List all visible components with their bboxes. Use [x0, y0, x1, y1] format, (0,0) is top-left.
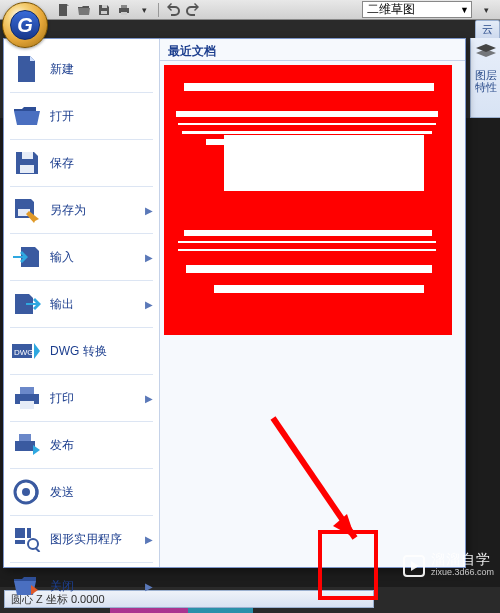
print-icon	[12, 383, 42, 413]
separator	[10, 327, 153, 328]
menu-item-save-as[interactable]: 另存为 ▶	[4, 188, 159, 232]
title-dropdown-icon[interactable]: ▾	[476, 2, 496, 18]
redo-icon[interactable]	[185, 2, 201, 18]
svg-rect-0	[59, 4, 67, 16]
workspace-combo[interactable]: 二维草图 ▼	[362, 1, 472, 18]
ribbon-tab-cloud[interactable]: 云	[475, 20, 500, 38]
save-disk-icon	[12, 148, 42, 178]
ribbon-tab-strip: 云	[475, 20, 500, 38]
menu-item-label: 输入	[50, 249, 137, 266]
open-folder-icon[interactable]	[76, 2, 92, 18]
workspace-combo-value: 二维草图	[367, 1, 415, 18]
submenu-arrow-icon: ▶	[145, 299, 153, 310]
menu-item-publish[interactable]: 发布	[4, 423, 159, 467]
submenu-arrow-icon: ▶	[145, 205, 153, 216]
recent-documents-header: 最近文档	[160, 39, 465, 61]
menu-item-label: 图形实用程序	[50, 531, 137, 548]
separator	[10, 374, 153, 375]
separator	[10, 280, 153, 281]
ribbon-panel-label-1: 图层	[475, 69, 497, 81]
menu-item-label: 另存为	[50, 202, 137, 219]
submenu-arrow-icon: ▶	[145, 534, 153, 545]
svg-marker-8	[476, 49, 496, 57]
svg-marker-1	[67, 4, 69, 6]
recent-documents-area	[160, 61, 465, 567]
separator	[10, 186, 153, 187]
menu-item-open[interactable]: 打开	[4, 94, 159, 138]
svg-rect-16	[20, 401, 34, 409]
svg-rect-5	[121, 5, 127, 8]
svg-rect-15	[20, 387, 34, 394]
watermark-text-cn: 溜溜自学	[431, 553, 494, 566]
svg-text:DWG: DWG	[14, 348, 34, 357]
menu-item-new[interactable]: 新建	[4, 47, 159, 91]
menu-item-label: 输出	[50, 296, 137, 313]
ribbon-panel-layers[interactable]: 图层 特性	[470, 38, 500, 118]
print-icon[interactable]	[116, 2, 132, 18]
menu-item-dwg-convert[interactable]: DWG DWG 转换	[4, 329, 159, 373]
menu-item-save[interactable]: 保存	[4, 141, 159, 185]
redaction-block	[164, 65, 452, 335]
separator	[10, 468, 153, 469]
dwg-convert-icon: DWG	[12, 336, 42, 366]
import-icon	[12, 242, 42, 272]
quick-access-toolbar: ▾ 二维草图 ▼ ▾	[0, 0, 500, 20]
app-menu-left-column: 新建 打开 保存 另存为 ▶	[4, 39, 160, 567]
separator	[10, 515, 153, 516]
menu-item-label: DWG 转换	[50, 343, 153, 360]
new-file-icon	[12, 54, 42, 84]
svg-rect-10	[22, 152, 33, 159]
watermark-text-en: zixue.3d66.com	[431, 566, 494, 579]
qat-dropdown-icon[interactable]: ▾	[136, 2, 152, 18]
separator	[10, 421, 153, 422]
menu-item-close[interactable]: 关闭 ▶	[4, 564, 159, 608]
svg-point-20	[22, 488, 30, 496]
svg-rect-21	[15, 528, 25, 538]
watermark: 溜溜自学 zixue.3d66.com	[403, 553, 494, 579]
ribbon-panel-label-2: 特性	[475, 81, 497, 93]
send-icon	[12, 477, 42, 507]
separator	[10, 139, 153, 140]
menu-item-import[interactable]: 输入 ▶	[4, 235, 159, 279]
application-menu-button[interactable]: G	[2, 2, 48, 48]
export-icon	[12, 289, 42, 319]
layers-icon	[476, 44, 496, 65]
undo-icon[interactable]	[165, 2, 181, 18]
open-folder-icon	[12, 101, 42, 131]
submenu-arrow-icon: ▶	[145, 252, 153, 263]
play-icon	[403, 555, 425, 577]
menu-item-label: 关闭	[50, 578, 137, 595]
menu-item-label: 保存	[50, 155, 153, 172]
svg-rect-3	[102, 5, 107, 8]
utilities-icon	[12, 524, 42, 554]
menu-item-export[interactable]: 输出 ▶	[4, 282, 159, 326]
svg-rect-9	[20, 165, 34, 173]
svg-rect-18	[19, 434, 31, 441]
menu-item-send[interactable]: 发送	[4, 470, 159, 514]
save-disk-icon[interactable]	[96, 2, 112, 18]
svg-rect-22	[27, 528, 31, 538]
separator	[10, 92, 153, 93]
menu-item-print[interactable]: 打印 ▶	[4, 376, 159, 420]
separator	[10, 562, 153, 563]
submenu-arrow-icon: ▶	[145, 393, 153, 404]
submenu-arrow-icon: ▶	[145, 581, 153, 592]
app-logo-icon: G	[10, 10, 40, 40]
menu-item-label: 打开	[50, 108, 153, 125]
save-as-icon	[12, 195, 42, 225]
menu-item-drawing-utilities[interactable]: 图形实用程序 ▶	[4, 517, 159, 561]
close-folder-icon	[12, 571, 42, 601]
chevron-down-icon: ▼	[460, 5, 469, 15]
svg-rect-2	[101, 11, 107, 14]
menu-item-label: 打印	[50, 390, 137, 407]
publish-icon	[12, 430, 42, 460]
svg-rect-17	[15, 441, 35, 451]
menu-item-label: 发送	[50, 484, 153, 501]
new-file-icon[interactable]	[56, 2, 72, 18]
app-menu-right-column: 最近文档	[160, 39, 465, 567]
separator	[10, 233, 153, 234]
separator	[158, 3, 159, 17]
menu-item-label: 新建	[50, 61, 153, 78]
svg-rect-23	[15, 540, 25, 544]
menu-item-label: 发布	[50, 437, 153, 454]
